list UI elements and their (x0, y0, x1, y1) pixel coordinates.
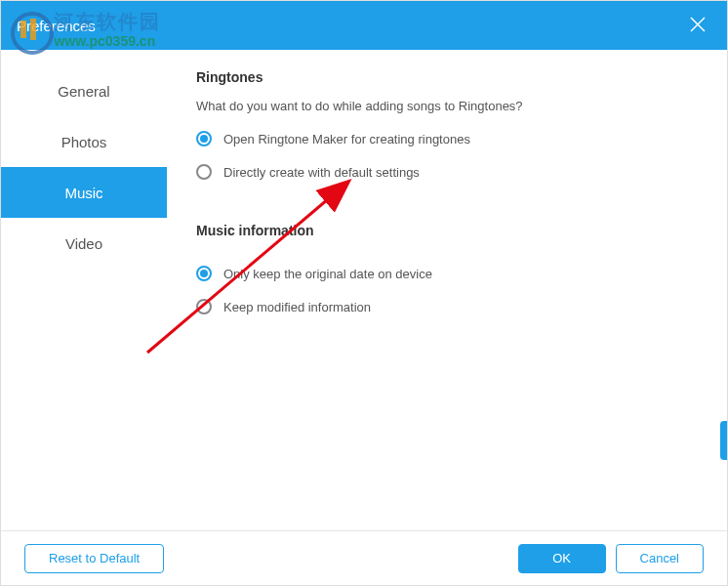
cancel-button[interactable]: Cancel (616, 544, 704, 573)
side-floating-tab[interactable] (720, 421, 728, 460)
sidebar-item-music[interactable]: Music (1, 167, 167, 218)
radio-icon (196, 299, 212, 314)
sidebar-item-label: Music (64, 185, 102, 201)
radio-icon (196, 131, 212, 146)
sidebar-item-photos[interactable]: Photos (1, 116, 167, 167)
reset-to-default-button[interactable]: Reset to Default (24, 544, 164, 573)
button-label: Reset to Default (49, 551, 140, 565)
close-icon (688, 15, 708, 34)
window-title: Preferences (17, 18, 96, 34)
radio-label: Only keep the original date on device (223, 267, 432, 281)
musicinfo-option-keep-modified[interactable]: Keep modified information (196, 299, 698, 314)
button-label: Cancel (640, 551, 679, 565)
radio-label: Keep modified information (223, 300, 371, 314)
musicinfo-option-keep-original[interactable]: Only keep the original date on device (196, 266, 698, 281)
ok-button[interactable]: OK (518, 544, 606, 573)
close-button[interactable] (688, 15, 708, 38)
radio-icon (196, 164, 212, 180)
main-panel: Ringtones What do you want to do while a… (167, 50, 727, 532)
ringtones-section-title: Ringtones (196, 69, 698, 85)
titlebar: Preferences (1, 1, 727, 50)
sidebar-item-label: Photos (61, 134, 107, 150)
sidebar: General Photos Music Video (1, 50, 167, 532)
radio-icon (196, 266, 212, 281)
ringtones-section-desc: What do you want to do while adding song… (196, 99, 698, 113)
radio-label: Open Ringtone Maker for creating rington… (223, 132, 470, 146)
sidebar-item-video[interactable]: Video (1, 218, 167, 269)
footer: Reset to Default OK Cancel (1, 530, 727, 585)
musicinfo-section-title: Music information (196, 223, 698, 238)
button-label: OK (552, 551, 571, 565)
ringtones-option-direct-create[interactable]: Directly create with default settings (196, 164, 698, 180)
radio-label: Directly create with default settings (223, 165, 420, 180)
ringtones-option-open-maker[interactable]: Open Ringtone Maker for creating rington… (196, 131, 698, 146)
sidebar-item-general[interactable]: General (1, 65, 167, 116)
sidebar-item-label: Video (65, 235, 102, 252)
sidebar-item-label: General (58, 83, 109, 100)
